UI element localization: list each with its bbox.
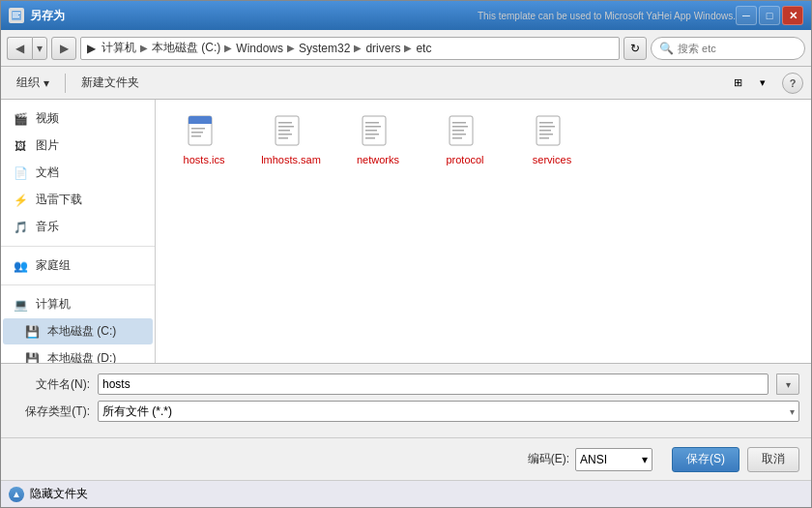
file-item-protocol[interactable]: protocol — [426, 109, 504, 169]
cancel-button[interactable]: 取消 — [747, 447, 799, 472]
drive-c-icon: 💾 — [22, 324, 42, 340]
svg-rect-32 — [539, 134, 553, 135]
documents-icon: 📄 — [11, 165, 30, 181]
services-icon — [529, 113, 575, 152]
refresh-button[interactable]: ↻ — [624, 37, 647, 60]
svg-rect-33 — [539, 137, 549, 139]
hosts-ics-name: hosts.ics — [184, 154, 225, 165]
sidebar-item-pictures[interactable]: 🖼 图片 — [3, 133, 153, 159]
search-box[interactable]: 🔍 — [651, 37, 805, 60]
title-bar: 另存为 This template can be used to Microso… — [1, 1, 811, 30]
encoding-row: 编码(E): ANSI ▾ — [13, 448, 652, 471]
svg-rect-2 — [13, 15, 18, 15]
view-list-button[interactable]: ⊞ — [726, 72, 749, 95]
path-segment-drivers[interactable]: drivers — [363, 41, 402, 56]
video-icon: 🎬 — [11, 111, 30, 127]
encoding-dropdown[interactable]: ANSI ▾ — [575, 448, 652, 471]
sidebar-item-xunlei[interactable]: ⚡ 迅雷下载 — [3, 187, 153, 213]
svg-rect-19 — [365, 130, 377, 132]
nav-buttons: ◀ ▾ — [7, 37, 47, 60]
back-button[interactable]: ◀ — [7, 37, 32, 60]
new-folder-button[interactable]: 新建文件夹 — [73, 71, 147, 96]
svg-rect-8 — [191, 132, 203, 134]
sidebar-item-videos[interactable]: 🎬 视频 — [3, 105, 153, 132]
sidebar-item-local-c-label: 本地磁盘 (C:) — [47, 323, 116, 340]
encoding-arrow-icon: ▾ — [642, 453, 648, 466]
toolbar: 组织 ▾ 新建文件夹 ⊞ ▾ ? — [1, 67, 811, 100]
main-area: 🎬 视频 🖼 图片 📄 文档 ⚡ 迅雷下载 🎵 音乐 — [1, 100, 811, 363]
svg-rect-17 — [365, 122, 379, 124]
filename-row: 文件名(N): ▾ — [13, 374, 799, 395]
hosts-ics-icon — [181, 113, 227, 152]
path-segment-label-computer[interactable]: 计算机 — [100, 39, 138, 57]
svg-rect-18 — [365, 126, 381, 128]
minimize-button[interactable]: ─ — [736, 6, 757, 25]
sidebar-network-section: 👥 家庭组 — [1, 253, 155, 279]
svg-rect-24 — [452, 126, 468, 128]
path-segment-c[interactable]: 本地磁盘 (C:) — [150, 39, 222, 57]
sidebar: 🎬 视频 🖼 图片 📄 文档 ⚡ 迅雷下载 🎵 音乐 — [1, 100, 156, 363]
sidebar-item-xunlei-label: 迅雷下载 — [36, 192, 82, 208]
sidebar-computer-section: 💻 计算机 💾 本地磁盘 (C:) 💾 本地磁盘 (D:) 💿 CD 驱动器 (… — [1, 291, 155, 363]
filetype-arrow-icon: ▾ — [790, 406, 795, 417]
file-item-services[interactable]: services — [513, 109, 591, 169]
address-path[interactable]: ▶ 计算机 ▶ 本地磁盘 (C:) ▶ Windows ▶ System32 ▶… — [80, 37, 620, 60]
music-icon: 🎵 — [11, 220, 30, 235]
svg-rect-30 — [539, 126, 555, 128]
search-input[interactable] — [678, 43, 797, 54]
help-button[interactable]: ? — [782, 73, 803, 94]
sidebar-item-local-d[interactable]: 💾 本地磁盘 (D:) — [3, 345, 153, 363]
hidden-files-label: 隐藏文件夹 — [30, 486, 88, 502]
dialog-title: 另存为 — [30, 8, 470, 24]
svg-rect-25 — [452, 130, 464, 132]
filename-input[interactable] — [98, 374, 768, 395]
sidebar-item-family-label: 家庭组 — [36, 257, 71, 274]
svg-rect-6 — [188, 122, 212, 124]
lmhosts-name: lmhosts.sam — [261, 154, 321, 165]
filetype-label: 保存类型(T): — [13, 403, 90, 420]
close-button[interactable]: ✕ — [782, 6, 803, 25]
filename-dropdown-button[interactable]: ▾ — [776, 374, 799, 395]
title-bar-icon — [9, 8, 24, 23]
organize-button[interactable]: 组织 ▾ — [9, 71, 57, 96]
path-arrow-2: ▶ — [224, 43, 232, 53]
maximize-button[interactable]: □ — [759, 6, 780, 25]
sidebar-item-documents-label: 文档 — [36, 164, 59, 181]
path-segment-system32[interactable]: System32 — [297, 41, 352, 56]
networks-name: networks — [357, 154, 399, 165]
protocol-icon — [442, 113, 488, 152]
svg-rect-9 — [191, 135, 201, 137]
toggle-hidden-button[interactable]: ▲ — [9, 487, 24, 502]
path-arrow-5: ▶ — [404, 43, 412, 53]
dialog-subtitle: This template can be used to Microsoft Y… — [478, 11, 736, 21]
svg-rect-29 — [539, 122, 553, 124]
file-item-hosts-ics[interactable]: hosts.ics — [165, 109, 243, 169]
svg-rect-11 — [278, 122, 292, 124]
file-item-lmhosts[interactable]: lmhosts.sam — [252, 109, 330, 169]
footer: 编码(E): ANSI ▾ 保存(S) 取消 — [1, 437, 811, 480]
protocol-name: protocol — [446, 154, 483, 165]
forward-button[interactable]: ▶ — [51, 37, 76, 60]
path-segment-etc[interactable]: etc — [414, 41, 433, 56]
view-dropdown-button[interactable]: ▾ — [751, 72, 774, 95]
sidebar-item-documents[interactable]: 📄 文档 — [3, 160, 153, 186]
sidebar-item-music[interactable]: 🎵 音乐 — [3, 214, 153, 240]
back-dropdown-button[interactable]: ▾ — [32, 37, 47, 60]
path-segment-windows[interactable]: Windows — [234, 41, 285, 56]
sidebar-item-music-label: 音乐 — [36, 219, 59, 235]
file-item-networks[interactable]: networks — [339, 109, 417, 169]
svg-rect-1 — [13, 13, 20, 14]
dialog-window: 另存为 This template can be used to Microso… — [0, 0, 812, 508]
filetype-dropdown[interactable]: 所有文件 (*.*) ▾ — [98, 401, 799, 422]
save-button[interactable]: 保存(S) — [672, 447, 740, 472]
pictures-icon: 🖼 — [11, 138, 30, 154]
sidebar-item-local-c[interactable]: 💾 本地磁盘 (C:) — [3, 318, 153, 344]
path-segment-computer[interactable]: ▶ — [85, 41, 98, 56]
sidebar-item-computer[interactable]: 💻 计算机 — [3, 291, 153, 317]
encoding-value: ANSI — [580, 453, 607, 466]
sidebar-item-computer-label: 计算机 — [36, 296, 71, 313]
sidebar-item-family[interactable]: 👥 家庭组 — [3, 253, 153, 279]
svg-rect-26 — [452, 134, 466, 135]
file-area: hosts.ics lmhosts.sam — [156, 100, 811, 363]
filename-label: 文件名(N): — [13, 376, 90, 393]
